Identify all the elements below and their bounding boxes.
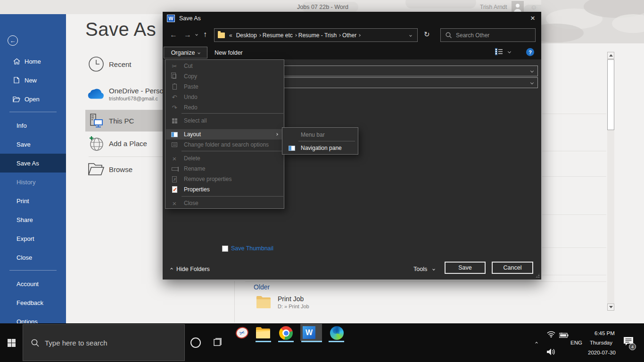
address-prefix[interactable]: « [227, 32, 234, 39]
sidebar-item-new[interactable]: New [0, 74, 66, 87]
tray-expand-icon[interactable] [535, 342, 538, 345]
cortana-icon[interactable] [190, 337, 201, 348]
recent-clock-icon [87, 56, 105, 72]
sidebar-item-share[interactable]: Share [0, 213, 66, 226]
sidebar-item-open[interactable]: Open [0, 92, 66, 106]
resize-grip[interactable] [535, 273, 540, 278]
search-box[interactable] [440, 28, 536, 42]
sidebar-item-export[interactable]: Export [0, 232, 66, 245]
dialog-help-icon[interactable]: ? [526, 48, 534, 56]
tray-date[interactable]: 2020-07-30 [588, 350, 616, 355]
account-name[interactable]: Trish Arndt [480, 4, 507, 10]
chevron-down-icon [432, 268, 435, 271]
edge-icon[interactable] [330, 326, 344, 340]
sidebar-item-feedback[interactable]: Feedback [0, 296, 66, 309]
snipping-tool-icon[interactable]: ✂ [234, 325, 250, 340]
battery-icon[interactable] [559, 331, 569, 340]
list-separator [542, 247, 606, 248]
menu-item-select-all[interactable]: Select all [166, 115, 283, 126]
select-all-icon [170, 118, 179, 123]
running-indicator [301, 341, 322, 342]
tray-language[interactable]: ENG [570, 340, 582, 346]
chrome-icon[interactable] [279, 326, 293, 340]
sidebar-item-history[interactable]: History [0, 175, 66, 189]
save-thumbnail-checkbox[interactable] [222, 246, 228, 252]
rename-icon [170, 167, 179, 171]
scrollbar[interactable] [607, 52, 614, 311]
hide-folders-button[interactable]: Hide Folders [171, 266, 210, 272]
menu-item-copy[interactable]: Copy [166, 71, 283, 82]
breadcrumb-desktop[interactable]: Desktop [234, 32, 259, 39]
sidebar-item-close[interactable]: Close [0, 251, 66, 264]
sidebar-item-account[interactable]: Account [0, 277, 66, 290]
taskbar: ✂ W ENG 6:45 PM Thursday 2020-07-30 [0, 323, 644, 362]
organize-button[interactable]: Organize [164, 47, 207, 58]
submenu-item-navigation-pane[interactable]: Navigation pane [283, 141, 357, 155]
scroll-down-button[interactable] [607, 304, 614, 311]
menu-item-undo[interactable]: ↶Undo [166, 92, 283, 102]
menu-item-remove-properties[interactable]: Remove properties [166, 174, 283, 184]
add-place-globe-icon [87, 135, 105, 151]
sidebar-separator [9, 270, 57, 271]
search-icon [31, 339, 39, 347]
task-view-icon[interactable] [213, 337, 223, 349]
nav-back-icon[interactable]: ← [170, 31, 177, 39]
taskbar-search[interactable] [23, 324, 185, 361]
list-separator [542, 151, 606, 151]
sidebar-item-save-as[interactable]: Save As [0, 154, 66, 173]
taskbar-search-input[interactable] [45, 339, 167, 347]
recent-folder-item[interactable]: Print Job D: » Print Job [256, 295, 309, 309]
wifi-icon[interactable] [547, 331, 555, 339]
volume-icon[interactable] [547, 348, 556, 357]
nav-forward-icon[interactable]: → [184, 31, 191, 39]
save-button[interactable]: Save [445, 262, 486, 274]
new-document-icon [13, 77, 20, 83]
tools-dropdown[interactable]: Tools [413, 266, 435, 272]
sidebar-item-print[interactable]: Print [0, 194, 66, 207]
views-icon[interactable] [495, 48, 503, 57]
scroll-up-button[interactable] [607, 52, 614, 59]
tray-time[interactable]: 6:45 PM [594, 330, 615, 336]
word-taskbar-icon[interactable]: W [303, 326, 315, 339]
breadcrumb-resume-etc[interactable]: Resume etc [261, 32, 295, 39]
menu-item-properties[interactable]: Properties [166, 184, 283, 195]
breadcrumb-other[interactable]: Other [340, 32, 358, 39]
menu-item-paste[interactable]: Paste [166, 82, 283, 92]
address-dropdown-icon[interactable] [409, 34, 412, 37]
browse-folder-icon [87, 163, 105, 176]
triangle-down-icon [609, 306, 613, 308]
menu-item-cut[interactable]: ✂Cut [166, 61, 283, 71]
submenu-item-menu-bar[interactable]: Menu bar [283, 128, 357, 141]
sidebar-item-home[interactable]: Home [0, 55, 66, 68]
menu-item-layout[interactable]: Layout [166, 129, 283, 140]
menu-item-change-folder-options[interactable]: Change folder and search options [166, 140, 283, 150]
sidebar-item-info[interactable]: Info [0, 119, 66, 132]
window-title: Jobs 07 22b - Word [297, 4, 348, 10]
new-folder-button[interactable]: New folder [215, 49, 243, 56]
remove-properties-icon [170, 176, 179, 182]
running-indicator [278, 341, 294, 342]
properties-icon [170, 186, 179, 193]
refresh-icon[interactable]: ↻ [424, 30, 430, 39]
nav-up-icon[interactable]: ↑ [203, 30, 207, 39]
scrollbar-thumb[interactable] [607, 59, 614, 130]
back-button[interactable]: ← [8, 35, 18, 46]
dialog-close-button[interactable]: × [530, 14, 535, 23]
search-input[interactable] [456, 32, 517, 39]
menu-separator [182, 151, 283, 151]
menu-item-redo[interactable]: ↷Redo [166, 102, 283, 113]
list-separator [245, 281, 606, 282]
save-thumbnail-option[interactable]: Save Thumbnail [222, 245, 273, 252]
menu-item-rename[interactable]: Rename [166, 164, 283, 174]
chevron-right-icon[interactable] [358, 34, 361, 37]
cancel-button[interactable]: Cancel [492, 262, 533, 274]
file-explorer-icon[interactable] [256, 327, 270, 340]
breadcrumb-resume-trish[interactable]: Resume - Trish [297, 32, 339, 39]
start-button[interactable] [0, 323, 23, 362]
sidebar-item-save[interactable]: Save [0, 138, 66, 151]
feedback-smile-icon[interactable]: ☺ [530, 3, 537, 11]
list-separator [542, 275, 606, 275]
address-bar[interactable]: « Desktop Resume etc Resume - Trish Othe… [214, 28, 418, 42]
menu-item-delete[interactable]: ×Delete [166, 153, 283, 164]
menu-item-close[interactable]: ×Close [166, 198, 283, 208]
